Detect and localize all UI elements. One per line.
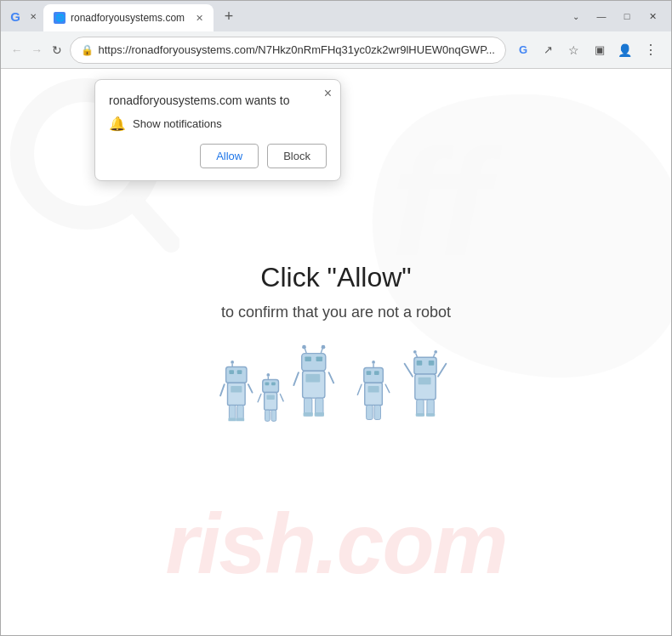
close-button[interactable]: ✕: [641, 4, 664, 28]
svg-rect-5: [237, 370, 242, 374]
svg-line-50: [385, 384, 390, 392]
back-button[interactable]: ←: [9, 38, 25, 62]
popup-close-button[interactable]: ×: [324, 87, 332, 100]
toolbar: ← → ↻ 🔒 https://ronadforyousystems.com/N…: [1, 31, 671, 69]
menu-icon[interactable]: ⋮: [639, 38, 663, 62]
forward-button[interactable]: →: [30, 38, 45, 62]
svg-rect-41: [315, 412, 324, 417]
robots-illustration: [208, 332, 464, 442]
reload-button[interactable]: ↻: [49, 38, 65, 62]
svg-rect-51: [367, 406, 373, 420]
popup-permission-row: 🔔 Show notifications: [109, 116, 327, 132]
svg-rect-14: [228, 418, 236, 422]
svg-line-49: [357, 384, 362, 395]
popup-permission-text: Show notifications: [133, 117, 222, 130]
profile-icon[interactable]: 👤: [613, 38, 637, 62]
google-icon: G: [8, 9, 23, 24]
active-tab[interactable]: 🌐 ronadforyousystems.com ✕: [43, 4, 214, 31]
new-tab-button[interactable]: +: [217, 4, 241, 28]
svg-rect-53: [414, 357, 436, 374]
svg-rect-25: [265, 410, 271, 421]
svg-point-46: [372, 361, 375, 364]
svg-rect-27: [302, 354, 326, 372]
svg-rect-61: [419, 378, 431, 384]
svg-line-11: [248, 384, 253, 392]
svg-rect-17: [265, 382, 270, 385]
share-icon[interactable]: ↗: [537, 38, 561, 62]
permission-popup: × ronadforyousystems.com wants to 🔔 Show…: [94, 79, 341, 181]
svg-rect-18: [271, 382, 276, 385]
svg-line-31: [321, 349, 322, 354]
maximize-button[interactable]: □: [615, 4, 639, 28]
svg-rect-28: [305, 356, 311, 361]
svg-rect-4: [229, 370, 234, 374]
svg-line-24: [280, 394, 283, 400]
chevron-down-icon[interactable]: ⌄: [564, 4, 588, 28]
svg-rect-44: [374, 371, 379, 375]
bookmark-icon[interactable]: ☆: [562, 38, 586, 62]
svg-line-63: [438, 364, 446, 377]
svg-line-23: [258, 394, 261, 401]
svg-rect-15: [236, 418, 244, 422]
svg-rect-40: [304, 412, 313, 417]
svg-line-10: [220, 384, 225, 395]
popup-buttons: Allow Block: [109, 144, 327, 168]
tab-title: ronadforyousystems.com: [71, 12, 185, 24]
svg-point-59: [434, 350, 437, 354]
window-controls: ⌄ — □ ✕: [564, 4, 664, 28]
svg-point-33: [322, 345, 326, 349]
address-text: https://ronadforyousystems.com/N7Hkz0nRm…: [99, 43, 495, 56]
tab-close[interactable]: ✕: [196, 13, 203, 24]
svg-rect-3: [226, 367, 247, 383]
svg-rect-35: [305, 374, 320, 382]
svg-rect-48: [368, 386, 379, 393]
tab-favicon: 🌐: [54, 12, 65, 24]
svg-line-37: [329, 372, 334, 383]
svg-rect-26: [271, 410, 276, 421]
svg-rect-13: [237, 406, 244, 420]
minimize-button[interactable]: —: [589, 4, 613, 28]
address-bar[interactable]: 🔒 https://ronadforyousystems.com/N7Hkz0n…: [70, 37, 506, 64]
page-headline: Click "Allow": [260, 262, 411, 293]
svg-rect-66: [416, 413, 424, 417]
page-content: rish.com ff × ronadforyousystems.com wan…: [1, 69, 671, 635]
bell-icon: 🔔: [109, 116, 126, 132]
google-account-icon[interactable]: G: [511, 38, 535, 62]
lock-icon: 🔒: [81, 44, 94, 56]
svg-rect-52: [374, 406, 381, 420]
svg-rect-67: [426, 413, 435, 417]
tab-close-btn[interactable]: ✕: [26, 9, 40, 23]
svg-rect-54: [417, 361, 423, 366]
svg-point-58: [413, 350, 417, 354]
block-button[interactable]: Block: [267, 144, 327, 168]
page-subtext: to confirm that you are not a robot: [221, 304, 451, 321]
svg-line-62: [405, 364, 413, 377]
popup-title: ronadforyousystems.com wants to: [109, 94, 310, 107]
svg-rect-16: [263, 380, 279, 393]
toolbar-actions: G ↗ ☆ ▣ 👤 ⋮: [511, 38, 663, 62]
svg-point-20: [266, 373, 270, 377]
svg-rect-42: [364, 368, 384, 383]
svg-line-36: [293, 372, 299, 385]
svg-rect-22: [266, 395, 274, 400]
tab-bar: G ✕ 🌐 ronadforyousystems.com ✕ + ⌄ — □ ✕: [1, 1, 671, 31]
allow-button[interactable]: Allow: [200, 144, 259, 168]
svg-rect-29: [316, 356, 323, 361]
svg-rect-12: [229, 406, 236, 420]
svg-line-56: [416, 354, 418, 358]
svg-line-30: [305, 349, 306, 354]
svg-point-32: [302, 345, 306, 349]
svg-line-57: [433, 354, 435, 358]
browser-window: G ✕ 🌐 ronadforyousystems.com ✕ + ⌄ — □ ✕…: [0, 0, 672, 636]
extension-icon[interactable]: ▣: [588, 38, 612, 62]
svg-rect-55: [429, 361, 435, 366]
svg-rect-43: [367, 371, 372, 375]
svg-rect-9: [231, 386, 242, 393]
svg-point-7: [231, 361, 234, 364]
